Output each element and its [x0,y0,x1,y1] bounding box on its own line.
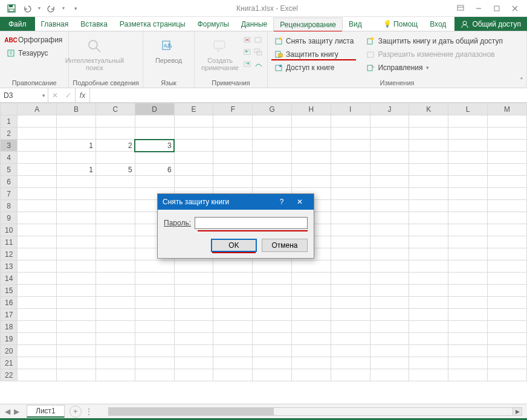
row-header-15[interactable]: 15 [1,285,18,297]
cell-K13[interactable] [409,260,448,273]
track-drop-icon[interactable]: ▾ [426,65,429,71]
col-header-G[interactable]: G [253,103,292,115]
cell-A8[interactable] [18,200,57,212]
cell-G16[interactable] [253,297,292,309]
cell-C13[interactable] [95,260,135,273]
cell-F16[interactable] [213,297,253,309]
cell-H2[interactable] [292,128,331,140]
row-header-4[interactable]: 4 [1,152,18,164]
cell-C16[interactable] [95,297,135,309]
cell-B3[interactable]: 1 [57,140,96,152]
cell-K6[interactable] [409,176,448,188]
cell-L6[interactable] [448,176,488,188]
cell-M11[interactable] [488,236,527,248]
cell-J13[interactable] [370,260,409,273]
cell-L17[interactable] [448,309,488,321]
sheet-nav-prev-icon[interactable]: ◀ [5,407,10,416]
cell-K3[interactable] [409,140,448,152]
row-header-6[interactable]: 6 [1,176,18,188]
cell-A17[interactable] [18,309,57,321]
protect-workbook-button[interactable]: Защитить книгу [271,48,356,60]
cell-M14[interactable] [488,273,527,285]
collapse-ribbon-icon[interactable]: ˄ [520,77,523,85]
horizontal-scrollbar[interactable] [108,407,522,416]
cell-I4[interactable] [331,152,370,164]
row-header-21[interactable]: 21 [1,357,18,369]
cell-F18[interactable] [213,321,253,333]
col-header-B[interactable]: B [57,103,96,115]
cell-H19[interactable] [292,333,331,345]
cell-C11[interactable] [95,236,135,248]
cell-E19[interactable] [174,333,213,345]
cell-K2[interactable] [409,128,448,140]
sheet-tabs-split-icon[interactable]: ⋮ [82,407,96,416]
cell-H3[interactable] [292,140,331,152]
cell-E1[interactable] [174,115,213,128]
tab-review[interactable]: Рецензирование [273,18,343,31]
cell-A19[interactable] [18,333,57,345]
cell-D14[interactable] [135,273,174,285]
cell-D15[interactable] [135,285,174,297]
new-comment-button[interactable]: Создать примечание [198,34,242,71]
cell-F6[interactable] [213,176,253,188]
cell-J9[interactable] [370,212,409,224]
cell-L4[interactable] [448,152,488,164]
cell-E5[interactable] [174,164,213,176]
redo-drop-icon[interactable]: ▾ [60,2,66,15]
cell-J16[interactable] [370,297,409,309]
cell-A9[interactable] [18,212,57,224]
cell-B17[interactable] [57,309,96,321]
cell-L22[interactable] [448,369,488,381]
cell-M16[interactable] [488,297,527,309]
cell-J18[interactable] [370,321,409,333]
allow-ranges-button[interactable]: Разрешить изменение диапазонов [363,48,505,60]
row-header-11[interactable]: 11 [1,236,18,248]
cell-D5[interactable]: 6 [135,164,174,176]
cell-G13[interactable] [253,260,292,273]
cell-A21[interactable] [18,357,57,369]
cell-L15[interactable] [448,285,488,297]
cell-L12[interactable] [448,248,488,260]
cell-A14[interactable] [18,273,57,285]
redo-icon[interactable] [45,2,58,15]
cell-D17[interactable] [135,309,174,321]
cell-D16[interactable] [135,297,174,309]
cell-E21[interactable] [174,357,213,369]
cancel-formula-icon[interactable]: ✕ [48,91,62,100]
cell-C5[interactable]: 5 [95,164,135,176]
cell-M6[interactable] [488,176,527,188]
cell-F4[interactable] [213,152,253,164]
cell-A16[interactable] [18,297,57,309]
cell-H16[interactable] [292,297,331,309]
cell-F17[interactable] [213,309,253,321]
cell-C3[interactable]: 2 [95,140,135,152]
cell-F20[interactable] [213,345,253,357]
cell-A4[interactable] [18,152,57,164]
cell-L10[interactable] [448,224,488,236]
cell-L14[interactable] [448,273,488,285]
enter-formula-icon[interactable]: ✓ [62,91,75,100]
dialog-help-icon[interactable]: ? [273,198,291,206]
cell-M8[interactable] [488,200,527,212]
cell-D3[interactable]: 3 [135,140,174,152]
cell-A2[interactable] [18,128,57,140]
cell-M21[interactable] [488,357,527,369]
cell-I15[interactable] [331,285,370,297]
cell-E14[interactable] [174,273,213,285]
cell-E13[interactable] [174,260,213,273]
cell-H18[interactable] [292,321,331,333]
cell-K10[interactable] [409,224,448,236]
cell-B4[interactable] [57,152,96,164]
cell-M18[interactable] [488,321,527,333]
cell-I17[interactable] [331,309,370,321]
cell-H1[interactable] [292,115,331,128]
cell-D19[interactable] [135,333,174,345]
col-header-K[interactable]: K [409,103,448,115]
cell-D22[interactable] [135,369,174,381]
row-header-3[interactable]: 3 [1,140,18,152]
cell-K12[interactable] [409,248,448,260]
cell-J17[interactable] [370,309,409,321]
cell-D13[interactable] [135,260,174,273]
dialog-close-icon[interactable]: ✕ [291,198,309,206]
cell-C15[interactable] [95,285,135,297]
